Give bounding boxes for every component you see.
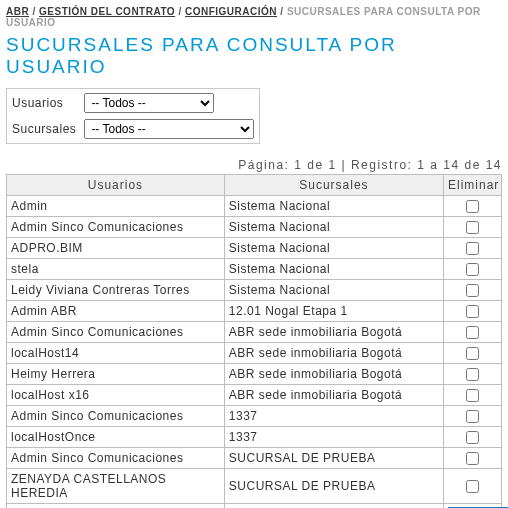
table-row: localHost14ABR sede inmobiliaria Bogotá (7, 343, 502, 364)
table-row: localHost x16ABR sede inmobiliaria Bogot… (7, 385, 502, 406)
cell-delete (444, 364, 502, 385)
cell-user: Heimy Herrera (7, 364, 225, 385)
filters-panel: Usuarios -- Todos -- Sucursales -- Todos… (6, 88, 260, 144)
table-row: ADPRO.BIMSistema Nacional (7, 238, 502, 259)
delete-checkbox[interactable] (466, 347, 479, 360)
cell-branch: Sistema Nacional (224, 280, 443, 301)
table-row: Admin Sinco Comunicaciones1337 (7, 406, 502, 427)
delete-checkbox[interactable] (466, 389, 479, 402)
cell-branch: Sistema Nacional (224, 238, 443, 259)
table-row: Admin Sinco ComunicacionesSUCURSAL DE PR… (7, 448, 502, 469)
cell-user: Admin Sinco Comunicaciones (7, 406, 225, 427)
cell-user: localHost14 (7, 343, 225, 364)
table-row: localHostOnce1337 (7, 427, 502, 448)
cell-branch: 1337 (224, 427, 443, 448)
cell-branch: Sistema Nacional (224, 196, 443, 217)
delete-checkbox[interactable] (466, 431, 479, 444)
cell-branch: 12.01 Nogal Etapa 1 (224, 301, 443, 322)
delete-checkbox[interactable] (466, 305, 479, 318)
cell-delete (444, 469, 502, 504)
crumb-abr[interactable]: ABR (6, 6, 29, 17)
footer-user-cell: -- Seleccione -- (7, 504, 225, 509)
cell-delete (444, 217, 502, 238)
cell-branch: Sistema Nacional (224, 259, 443, 280)
crumb-config[interactable]: CONFIGURACIÓN (185, 6, 277, 17)
filter-branch-select[interactable]: -- Todos -- (84, 119, 254, 139)
table-row: AdminSistema Nacional (7, 196, 502, 217)
cell-delete (444, 196, 502, 217)
delete-checkbox[interactable] (466, 200, 479, 213)
col-header-user: Usuarios (7, 175, 225, 196)
delete-checkbox[interactable] (466, 284, 479, 297)
cell-user: ZENAYDA CASTELLANOS HEREDIA (7, 469, 225, 504)
footer-branch-cell: -- Seleccione -- (224, 504, 443, 509)
cell-branch: ABR sede inmobiliaria Bogotá (224, 385, 443, 406)
cell-branch: ABR sede inmobiliaria Bogotá (224, 322, 443, 343)
footer-save-cell: Guardar (444, 504, 502, 509)
cell-branch: 1337 (224, 406, 443, 427)
filter-user-select[interactable]: -- Todos -- (84, 93, 214, 113)
cell-user: stela (7, 259, 225, 280)
col-header-branch: Sucursales (224, 175, 443, 196)
cell-delete (444, 385, 502, 406)
table-row: Admin Sinco ComunicacionesABR sede inmob… (7, 322, 502, 343)
cell-delete (444, 448, 502, 469)
cell-delete (444, 343, 502, 364)
cell-user: Admin Sinco Comunicaciones (7, 322, 225, 343)
cell-user: Admin (7, 196, 225, 217)
table-row: Admin Sinco ComunicacionesSistema Nacion… (7, 217, 502, 238)
cell-delete (444, 280, 502, 301)
filter-branch-label: Sucursales (9, 117, 79, 141)
table-row: Leidy Viviana Contreras TorresSistema Na… (7, 280, 502, 301)
delete-checkbox[interactable] (466, 221, 479, 234)
delete-checkbox[interactable] (466, 452, 479, 465)
pager-text: Página: 1 de 1 | Registro: 1 a 14 de 14 (6, 158, 502, 172)
col-header-delete: Eliminar (444, 175, 502, 196)
cell-branch: ABR sede inmobiliaria Bogotá (224, 343, 443, 364)
cell-branch: ABR sede inmobiliaria Bogotá (224, 364, 443, 385)
cell-delete (444, 322, 502, 343)
delete-checkbox[interactable] (466, 263, 479, 276)
cell-delete (444, 406, 502, 427)
cell-user: localHostOnce (7, 427, 225, 448)
cell-delete (444, 427, 502, 448)
cell-user: Admin Sinco Comunicaciones (7, 448, 225, 469)
page-title: SUCURSALES PARA CONSULTA POR USUARIO (6, 34, 502, 78)
cell-user: Leidy Viviana Contreras Torres (7, 280, 225, 301)
cell-user: Admin ABR (7, 301, 225, 322)
delete-checkbox[interactable] (466, 480, 479, 493)
table-row: Admin ABR12.01 Nogal Etapa 1 (7, 301, 502, 322)
breadcrumb: ABR / GESTIÓN DEL CONTRATO / CONFIGURACI… (6, 6, 502, 28)
cell-user: Admin Sinco Comunicaciones (7, 217, 225, 238)
cell-delete (444, 238, 502, 259)
delete-checkbox[interactable] (466, 326, 479, 339)
grid-table: Usuarios Sucursales Eliminar AdminSistem… (6, 174, 502, 508)
table-row: stelaSistema Nacional (7, 259, 502, 280)
filter-user-label: Usuarios (9, 91, 79, 115)
cell-user: localHost x16 (7, 385, 225, 406)
table-row: Heimy HerreraABR sede inmobiliaria Bogot… (7, 364, 502, 385)
cell-branch: SUCURSAL DE PRUEBA (224, 469, 443, 504)
cell-delete (444, 259, 502, 280)
cell-branch: Sistema Nacional (224, 217, 443, 238)
cell-branch: SUCURSAL DE PRUEBA (224, 448, 443, 469)
cell-delete (444, 301, 502, 322)
delete-checkbox[interactable] (466, 242, 479, 255)
delete-checkbox[interactable] (466, 368, 479, 381)
table-row: ZENAYDA CASTELLANOS HEREDIASUCURSAL DE P… (7, 469, 502, 504)
cell-user: ADPRO.BIM (7, 238, 225, 259)
delete-checkbox[interactable] (466, 410, 479, 423)
crumb-gestion[interactable]: GESTIÓN DEL CONTRATO (39, 6, 175, 17)
